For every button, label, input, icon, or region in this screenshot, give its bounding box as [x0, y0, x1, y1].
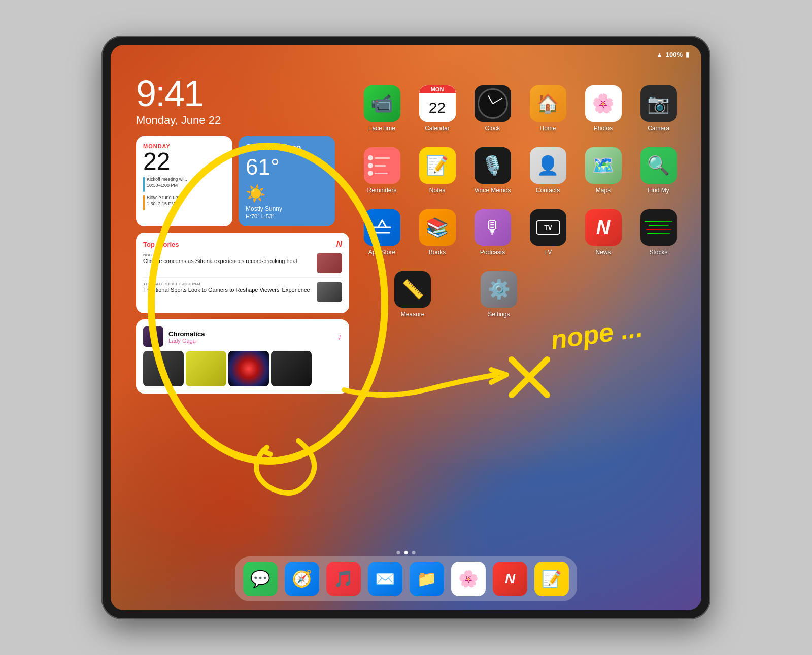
measure-icon[interactable]: 📏	[394, 271, 431, 308]
photos-label: Photos	[594, 125, 613, 132]
podcasts-label: Podcasts	[480, 249, 505, 256]
findmy-label: Find My	[648, 187, 669, 194]
app-findmy[interactable]: 🔍 Find My	[636, 147, 681, 194]
app-row-3: App Store 📚 Books 🎙 Podcasts TV	[359, 209, 681, 256]
app-calendar[interactable]: MON 22 Calendar	[415, 85, 460, 132]
appstore-icon[interactable]	[364, 209, 400, 246]
event-2-text: Bicycle tune-up 1:30–2:15 PM	[147, 195, 178, 207]
status-bar: ▲ 100% ▮	[111, 51, 701, 58]
widgets-area: MONDAY 22 Kickoff meeting wi... 10:30–1:…	[136, 136, 349, 400]
camera-icon[interactable]: 📷	[640, 85, 677, 122]
time-display: 9:41	[136, 75, 221, 112]
dot-2	[404, 551, 408, 554]
app-appstore[interactable]: App Store	[359, 209, 404, 256]
appstore-svg	[371, 216, 393, 239]
app-grid: 📹 FaceTime MON 22 Calendar	[359, 85, 681, 333]
news-item-2-text: The Wall Street Journal Traditional Spor…	[143, 282, 313, 302]
weather-city: San Francisco	[246, 143, 328, 152]
app-voicememos[interactable]: 🎙️ Voice Memos	[470, 147, 515, 194]
dock-safari[interactable]: 🧭	[285, 562, 319, 596]
app-camera[interactable]: 📷 Camera	[636, 85, 681, 132]
app-tv[interactable]: TV TV	[525, 209, 570, 256]
event-1-title: Kickoff meeting wi...	[147, 177, 187, 183]
album-details: Chromatica Lady Gaga	[168, 330, 205, 344]
app-notes[interactable]: 📝 Notes	[415, 147, 460, 194]
time-date-area: 9:41 Monday, June 22	[136, 75, 221, 127]
reminders-icon[interactable]	[364, 147, 400, 184]
apple-tv-svg: TV	[535, 220, 561, 235]
facetime-icon[interactable]: 📹	[364, 85, 400, 122]
contacts-icon[interactable]: 👤	[530, 147, 566, 184]
album-thumb-3	[228, 351, 269, 386]
dock-mail[interactable]: ✉️	[368, 562, 402, 596]
status-bar-right: ▲ 100% ▮	[656, 51, 689, 58]
event-2-title: Bicycle tune-up	[147, 195, 178, 201]
app-reminders[interactable]: Reminders	[359, 147, 404, 194]
tv-icon[interactable]: TV	[530, 209, 566, 246]
album-art	[143, 326, 163, 347]
news-source-1: NBC	[143, 253, 313, 257]
news-headline-2: Traditional Sports Look to Gamers to Res…	[143, 286, 313, 293]
calendar-widget[interactable]: MONDAY 22 Kickoff meeting wi... 10:30–1:…	[136, 136, 232, 226]
dock-messages[interactable]: 💬	[243, 562, 278, 596]
news-source-2: The Wall Street Journal	[143, 282, 313, 286]
app-clock[interactable]: Clock	[470, 85, 515, 132]
measure-label: Measure	[401, 311, 425, 318]
books-icon[interactable]: 📚	[419, 209, 456, 246]
maps-icon[interactable]: 🗺️	[585, 147, 622, 184]
clock-label: Clock	[485, 125, 500, 132]
news-thumb-2	[317, 282, 342, 302]
voicememos-icon[interactable]: 🎙️	[475, 147, 511, 184]
dot-1	[397, 551, 400, 554]
music-widget[interactable]: Chromatica Lady Gaga ♪	[136, 319, 349, 394]
event-bar-1	[143, 177, 145, 192]
app-row-1: 📹 FaceTime MON 22 Calendar	[359, 85, 681, 132]
clock-face	[478, 88, 508, 119]
event-1-text: Kickoff meeting wi... 10:30–1:00 PM	[147, 177, 187, 188]
news-widget[interactable]: Top Stories N NBC Climate concerns as Si…	[136, 233, 349, 313]
news-headline-1: Climate concerns as Siberia experiences …	[143, 257, 313, 265]
artist-name: Lady Gaga	[168, 338, 205, 344]
stocks-label: Stocks	[649, 249, 667, 256]
calendar-icon[interactable]: MON 22	[419, 85, 456, 122]
stocks-chart	[640, 209, 677, 246]
app-home[interactable]: 🏠 Home	[525, 85, 570, 132]
voicememos-label: Voice Memos	[474, 187, 511, 194]
app-maps[interactable]: 🗺️ Maps	[581, 147, 626, 194]
findmy-icon[interactable]: 🔍	[640, 147, 677, 184]
top-stories-label: Top Stories	[143, 241, 179, 248]
app-contacts[interactable]: 👤 Contacts	[525, 147, 570, 194]
clock-icon[interactable]	[475, 85, 511, 122]
podcasts-icon[interactable]: 🎙	[475, 209, 511, 246]
dock-news[interactable]: N	[493, 562, 527, 596]
weather-temp: 61°	[246, 154, 328, 180]
event-2-time: 1:30–2:15 PM	[147, 201, 178, 207]
app-news[interactable]: N News	[581, 209, 626, 256]
weather-widget[interactable]: San Francisco 61° ☀️ Mostly Sunny H:70° …	[239, 136, 335, 226]
app-measure[interactable]: 📏 Measure	[390, 271, 435, 318]
dock-music[interactable]: 🎵	[326, 562, 361, 596]
home-label: Home	[539, 125, 556, 132]
dock-files[interactable]: 📁	[410, 562, 444, 596]
notes-label: Notes	[429, 187, 445, 194]
news-icon[interactable]: N	[585, 209, 622, 246]
app-stocks[interactable]: Stocks	[636, 209, 681, 256]
settings-icon[interactable]: ⚙️	[481, 271, 517, 308]
contacts-label: Contacts	[536, 187, 560, 194]
stocks-icon[interactable]	[640, 209, 677, 246]
dock-notes[interactable]: 📝	[534, 562, 569, 596]
photos-icon[interactable]: 🌸	[585, 85, 622, 122]
dock-photos[interactable]: 🌸	[451, 562, 486, 596]
app-books[interactable]: 📚 Books	[415, 209, 460, 256]
weather-icon: ☀️	[246, 184, 328, 203]
home-icon[interactable]: 🏠	[530, 85, 566, 122]
weather-condition: Mostly Sunny	[246, 205, 328, 212]
cal-event-1: Kickoff meeting wi... 10:30–1:00 PM	[143, 177, 225, 192]
app-podcasts[interactable]: 🎙 Podcasts	[470, 209, 515, 256]
app-settings[interactable]: ⚙️ Settings	[476, 271, 522, 318]
app-facetime[interactable]: 📹 FaceTime	[359, 85, 404, 132]
notes-icon[interactable]: 📝	[419, 147, 456, 184]
app-photos[interactable]: 🌸 Photos	[581, 85, 626, 132]
widget-row-1: MONDAY 22 Kickoff meeting wi... 10:30–1:…	[136, 136, 349, 226]
reminders-label: Reminders	[367, 187, 396, 194]
